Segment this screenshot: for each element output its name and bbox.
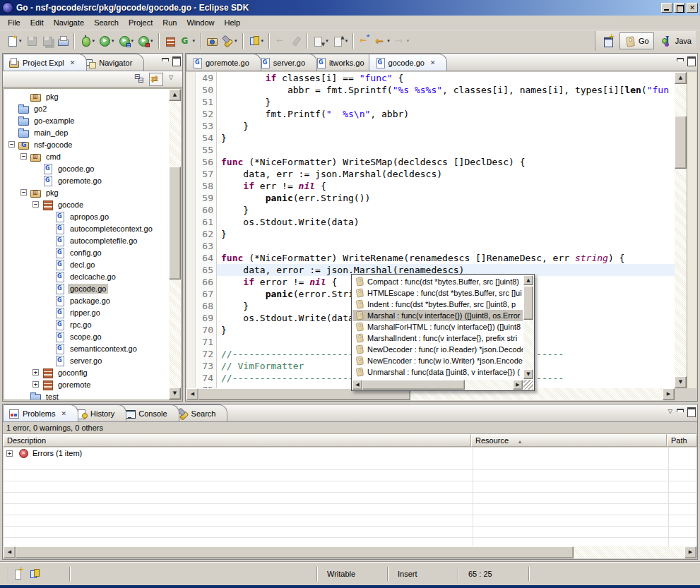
popup-item[interactable]: Unmarshal : func(data []uint8, v interfa… <box>352 366 523 378</box>
external-tools-button[interactable]: ▾ <box>136 32 155 49</box>
dropdown-arrow-icon[interactable]: ▾ <box>345 38 348 44</box>
collapse-icon[interactable]: − <box>8 141 15 148</box>
scroll-right-icon[interactable]: ▶ <box>663 388 675 400</box>
editor-tab-server-go[interactable]: server.go <box>254 54 317 71</box>
link-editor-button[interactable] <box>149 73 163 86</box>
menu-navigate[interactable]: Navigate <box>49 16 89 29</box>
close-icon[interactable]: ✕ <box>61 410 66 417</box>
scroll-up-icon[interactable]: ▲ <box>523 275 533 285</box>
popup-item[interactable]: NewDecoder : func(r io.Reader) *json.Dec… <box>352 344 523 355</box>
minimize-view-icon[interactable] <box>676 56 684 64</box>
search-button[interactable]: ▾ <box>220 32 239 49</box>
tree-item[interactable]: declcache.go <box>4 270 169 282</box>
next-annotation-button[interactable]: ▾ <box>312 32 330 49</box>
editor-vertical-scrollbar[interactable]: ▲ ▼ <box>675 72 687 388</box>
debug-button[interactable]: ▾ <box>78 32 97 49</box>
scrollbar-thumb[interactable] <box>169 167 181 280</box>
close-icon[interactable]: ✕ <box>70 59 76 66</box>
view-menu-icon[interactable]: ▽ <box>668 408 672 414</box>
menu-help[interactable]: Help <box>220 16 246 29</box>
tree-item[interactable]: test <box>4 390 169 400</box>
tree-item[interactable]: server.go <box>4 354 169 366</box>
maximize-button[interactable] <box>674 3 685 13</box>
popup-item[interactable]: MarshalForHTML : func(v interface{}) ([]… <box>352 321 523 332</box>
editor-tab-itworks-go[interactable]: itworks.go <box>309 54 376 71</box>
scroll-left-icon[interactable]: ◀ <box>186 388 198 400</box>
menu-edit[interactable]: Edit <box>25 16 49 29</box>
tree-item[interactable]: main_dep <box>4 126 169 138</box>
dropdown-arrow-icon[interactable]: ▾ <box>112 38 114 44</box>
new-go-element-button[interactable]: ▾ <box>179 32 197 49</box>
collapse-icon[interactable]: − <box>20 153 27 160</box>
mark-occurrences-button[interactable]: ▾ <box>247 32 266 49</box>
menu-search[interactable]: Search <box>89 16 124 29</box>
close-icon[interactable]: ✕ <box>430 59 436 66</box>
show-view-icon[interactable] <box>30 568 41 580</box>
tree-item[interactable]: config.go <box>4 246 169 258</box>
explorer-tab-navigator[interactable]: Navigator <box>79 54 144 71</box>
scroll-left-icon[interactable]: ◀ <box>352 380 362 390</box>
collapse-all-button[interactable] <box>133 73 147 86</box>
column-header-path[interactable]: Path <box>667 434 697 447</box>
scroll-down-icon[interactable]: ▼ <box>169 388 181 400</box>
expand-icon[interactable]: + <box>32 369 39 376</box>
problems-tab-problems[interactable]: Problems✕ <box>3 404 78 421</box>
scroll-up-icon[interactable]: ▲ <box>169 89 181 101</box>
tree-item[interactable]: pkg <box>4 90 169 102</box>
open-artifact-button[interactable] <box>205 32 219 49</box>
prev-annotation-button[interactable]: ▾ <box>331 32 350 49</box>
back-button[interactable]: ▾ <box>373 32 391 49</box>
scrollbar-thumb[interactable] <box>362 380 465 390</box>
fast-view-icon[interactable] <box>13 568 24 580</box>
popup-item[interactable]: Marshal : func(v interface{}) ([]uint8, … <box>352 310 523 321</box>
tree-item[interactable]: autocompletecontext.go <box>4 222 169 234</box>
tree-item[interactable]: −gocode <box>4 198 169 210</box>
minimize-view-icon[interactable] <box>161 56 169 64</box>
maximize-view-icon[interactable] <box>687 56 695 64</box>
tree-item[interactable]: −nsf-gocode <box>4 138 169 150</box>
expand-icon[interactable]: + <box>6 450 13 457</box>
new-go-package-button[interactable] <box>163 32 177 49</box>
menu-window[interactable]: Window <box>182 16 219 29</box>
dropdown-arrow-icon[interactable]: ▾ <box>326 38 328 44</box>
open-perspective-button[interactable] <box>602 32 616 49</box>
scroll-right-icon[interactable]: ▶ <box>684 546 696 558</box>
tree-item[interactable]: −cmd <box>4 150 169 162</box>
scrollbar-thumb[interactable] <box>675 116 687 169</box>
problems-tab-history[interactable]: History <box>71 404 126 421</box>
dropdown-arrow-icon[interactable]: ▾ <box>261 38 264 44</box>
problems-horizontal-scrollbar[interactable]: ◀ ▶ <box>4 546 696 558</box>
close-button[interactable]: ✕ <box>687 3 698 13</box>
view-menu-button[interactable] <box>165 73 179 86</box>
dropdown-arrow-icon[interactable]: ▾ <box>131 38 134 44</box>
tree-item[interactable]: +goremote <box>4 378 169 390</box>
tree-item[interactable]: gocode.go <box>4 282 169 294</box>
tree-item[interactable]: −pkg <box>4 186 169 198</box>
run-button[interactable]: ▾ <box>97 32 116 49</box>
explorer-vertical-scrollbar[interactable]: ▲ ▼ <box>169 89 181 400</box>
scrollbar-thumb[interactable] <box>16 546 574 558</box>
dropdown-arrow-icon[interactable]: ▾ <box>150 38 153 44</box>
scroll-up-icon[interactable]: ▲ <box>675 72 687 84</box>
tree-item[interactable]: go2 <box>4 102 169 114</box>
problems-tab-console[interactable]: Console <box>119 404 179 421</box>
problems-tab-search[interactable]: Search <box>172 404 228 421</box>
last-edit-button[interactable] <box>357 32 372 49</box>
editor-tab-gocode-go[interactable]: gocode.go✕ <box>369 54 448 71</box>
new-wizard-button[interactable]: ▾ <box>5 32 23 49</box>
expand-icon[interactable]: + <box>32 381 39 388</box>
scroll-left-icon[interactable]: ◀ <box>4 546 16 558</box>
maximize-view-icon[interactable] <box>172 56 180 64</box>
tree-item[interactable]: ripper.go <box>4 306 169 318</box>
scroll-down-icon[interactable]: ▼ <box>675 376 687 388</box>
scrollbar-thumb[interactable] <box>523 286 533 320</box>
tree-item[interactable]: gocode.go <box>4 162 169 174</box>
dropdown-arrow-icon[interactable]: ▾ <box>235 38 237 44</box>
popup-vertical-scrollbar[interactable]: ▲ ▼ <box>523 275 533 379</box>
tree-item[interactable]: semanticcontext.go <box>4 342 169 354</box>
column-header-resource[interactable]: Resource▴ <box>471 434 667 447</box>
scroll-right-icon[interactable]: ▶ <box>513 380 523 390</box>
popup-item[interactable]: HTMLEscape : func(dst *bytes.Buffer, src… <box>352 287 523 299</box>
tree-item[interactable]: rpc.go <box>4 318 169 330</box>
tree-item[interactable]: +goconfig <box>4 366 169 378</box>
